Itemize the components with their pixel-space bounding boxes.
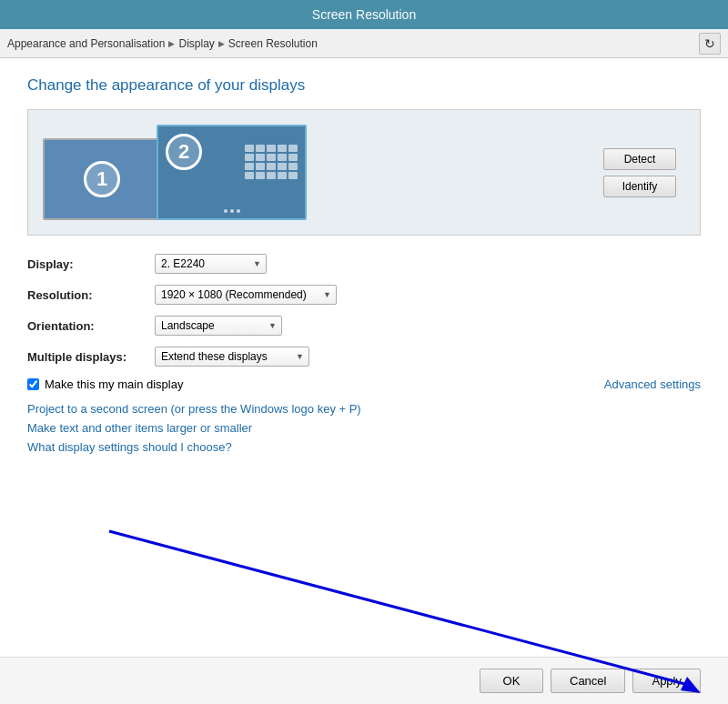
- page-title: Change the appearance of your displays: [27, 76, 701, 95]
- resolution-label: Resolution:: [27, 288, 155, 302]
- title-bar: Screen Resolution: [0, 0, 728, 29]
- orientation-select[interactable]: Landscape Portrait Landscape (flipped) P…: [155, 316, 282, 336]
- display-settings-link[interactable]: What display settings should I choose?: [27, 440, 701, 454]
- resolution-row: Resolution: 1920 × 1080 (Recommended) 16…: [27, 285, 701, 305]
- orientation-select-wrapper: Landscape Portrait Landscape (flipped) P…: [155, 316, 282, 336]
- cancel-button[interactable]: Cancel: [551, 669, 625, 693]
- refresh-button[interactable]: ↻: [699, 33, 721, 55]
- monitor-2-number: 2: [166, 134, 202, 170]
- monitors-area: 1 2: [43, 125, 307, 220]
- content-area: Change the appearance of your displays 1…: [0, 58, 728, 704]
- display-label: Display:: [27, 257, 155, 271]
- orientation-row: Orientation: Landscape Portrait Landscap…: [27, 316, 701, 336]
- monitor-1[interactable]: 1: [43, 138, 161, 220]
- multiple-displays-row: Multiple displays: Extend these displays…: [27, 347, 701, 367]
- display-row: Display: 1. Default Monitor 2. E2240: [27, 254, 701, 274]
- main-display-checkbox-group: Make this my main display: [27, 377, 183, 391]
- text-size-link[interactable]: Make text and other items larger or smal…: [27, 421, 701, 435]
- dialog-buttons: OK Cancel Apply: [0, 657, 728, 704]
- display-select[interactable]: 1. Default Monitor 2. E2240: [155, 254, 267, 274]
- project-screen-link[interactable]: Project to a second screen (or press the…: [27, 402, 701, 416]
- display-settings-form: Display: 1. Default Monitor 2. E2240 Res…: [27, 254, 701, 391]
- orientation-label: Orientation:: [27, 319, 155, 333]
- detect-button[interactable]: Detect: [603, 148, 676, 170]
- title-bar-text: Screen Resolution: [312, 7, 416, 22]
- monitor-2-grid-icon: [245, 145, 298, 179]
- main-display-label[interactable]: Make this my main display: [45, 377, 183, 391]
- breadcrumb-item-appearance[interactable]: Appearance and Personalisation: [7, 37, 165, 50]
- preview-buttons: Detect Identify: [603, 148, 676, 197]
- ok-button[interactable]: OK: [480, 669, 543, 693]
- main-display-row: Make this my main display Advanced setti…: [27, 377, 701, 391]
- resolution-select-wrapper: 1920 × 1080 (Recommended) 1600 × 900 128…: [155, 285, 337, 305]
- display-select-wrapper: 1. Default Monitor 2. E2240: [155, 254, 267, 274]
- breadcrumb-arrow-1: ▶: [168, 39, 175, 48]
- display-preview: 1 2: [27, 109, 701, 236]
- multiple-displays-label: Multiple displays:: [27, 350, 155, 364]
- multiple-displays-select-wrapper: Extend these displays Duplicate these di…: [155, 347, 309, 367]
- main-display-checkbox[interactable]: [27, 378, 39, 390]
- help-links: Project to a second screen (or press the…: [27, 402, 701, 454]
- monitor-1-number: 1: [84, 161, 120, 197]
- main-panel: Change the appearance of your displays 1…: [0, 58, 728, 490]
- multiple-displays-select[interactable]: Extend these displays Duplicate these di…: [155, 347, 309, 367]
- breadcrumb-bar: Appearance and Personalisation ▶ Display…: [0, 29, 728, 58]
- breadcrumb-item-resolution: Screen Resolution: [228, 37, 318, 50]
- advanced-settings-link[interactable]: Advanced settings: [604, 377, 701, 391]
- apply-button[interactable]: Apply: [632, 669, 701, 693]
- breadcrumb-item-display[interactable]: Display: [178, 37, 214, 50]
- breadcrumb-arrow-2: ▶: [218, 39, 225, 48]
- monitor-2[interactable]: 2: [157, 125, 307, 220]
- resolution-select[interactable]: 1920 × 1080 (Recommended) 1600 × 900 128…: [155, 285, 337, 305]
- identify-button[interactable]: Identify: [603, 176, 676, 197]
- monitor-2-dots: [224, 209, 240, 213]
